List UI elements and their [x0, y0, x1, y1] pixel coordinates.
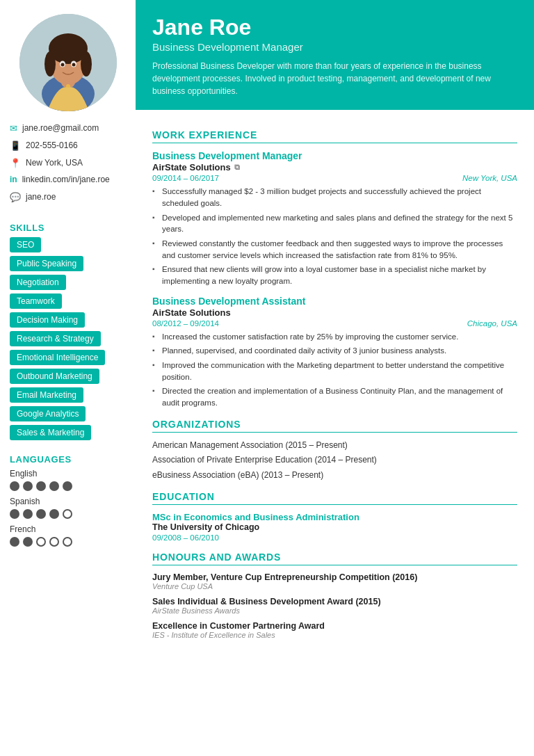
person-name: Jane Roe — [152, 15, 517, 40]
location-item: 📍 New York, USA — [10, 157, 126, 169]
language-dot — [49, 509, 59, 519]
language-name: English — [10, 469, 126, 478]
location-text: New York, USA — [26, 157, 83, 169]
job-bullet: Ensured that new clients will grow into … — [152, 264, 517, 287]
edu-school: The University of Chicago — [152, 522, 517, 532]
org-section-title: ORGANIZATIONS — [152, 419, 517, 433]
language-dot — [23, 509, 33, 519]
job-meta: 09/2014 – 06/2017New York, USA — [152, 174, 517, 182]
person-summary: Professional Business Developer with mor… — [152, 60, 517, 97]
external-link-icon[interactable]: ⧉ — [234, 163, 240, 172]
award-entry: Sales Individual & Business Development … — [152, 597, 517, 615]
language-dots — [10, 481, 126, 491]
contact-section: ✉ jane.roe@gmail.com 📱 202-555-0166 📍 Ne… — [0, 122, 136, 216]
phone-item: 📱 202-555-0166 — [10, 140, 126, 152]
job-date: 08/2012 – 09/2014 — [152, 319, 219, 328]
language-item: French — [10, 524, 126, 547]
job-bullet: Reviewed constantly the customer feedbac… — [152, 238, 517, 261]
skill-badge: Outbound Marketing — [10, 369, 99, 384]
language-dot — [49, 537, 59, 547]
award-title: Sales Individual & Business Development … — [152, 597, 517, 606]
language-name: French — [10, 524, 126, 534]
award-entry: Jury Member, Venture Cup Entrepreneurshi… — [152, 572, 517, 590]
job-bullet: Planned, supervised, and coordinated dai… — [152, 345, 517, 357]
job-bullet: Increased the customer satisfaction rate… — [152, 331, 517, 343]
skill-badge: Emotional Intelligence — [10, 350, 105, 365]
language-name: Spanish — [10, 497, 126, 506]
linkedin-item: in linkedin.com/in/jane.roe — [10, 174, 126, 186]
language-dots — [10, 509, 126, 519]
language-dot — [10, 537, 19, 547]
language-item: Spanish — [10, 497, 126, 519]
email-item: ✉ jane.roe@gmail.com — [10, 122, 126, 134]
linkedin-text: linkedin.com/in/jane.roe — [22, 174, 110, 186]
svg-point-5 — [44, 51, 56, 77]
email-icon: ✉ — [10, 123, 17, 134]
job-bullets: Increased the customer satisfaction rate… — [152, 331, 517, 409]
language-dot — [63, 481, 72, 491]
skype-item: 💬 jane.roe — [10, 191, 126, 203]
edu-degree: MSc in Economics and Business Administra… — [152, 512, 517, 522]
language-dot — [10, 509, 19, 519]
skills-list: SEOPublic SpeakingNegotiationTeamworkDec… — [0, 237, 136, 447]
org-item: Association of Private Enterprise Educat… — [152, 454, 517, 466]
main-sections: WORK EXPERIENCE Business Development Man… — [136, 110, 534, 756]
person-title: Business Development Manager — [152, 41, 517, 53]
language-dot — [63, 509, 72, 519]
award-title: Jury Member, Venture Cup Entrepreneurshi… — [152, 572, 517, 582]
skill-badge: Public Speaking — [10, 256, 83, 271]
avatar — [19, 14, 117, 111]
email-text: jane.roe@gmail.com — [22, 122, 99, 134]
skill-badge: Decision Making — [10, 312, 85, 328]
job-bullet: Improved the communication with the Mark… — [152, 360, 517, 383]
award-org: IES - Institute of Excellence in Sales — [152, 631, 517, 639]
award-org: AirState Business Awards — [152, 606, 517, 615]
sidebar: ✉ jane.roe@gmail.com 📱 202-555-0166 📍 Ne… — [0, 0, 136, 756]
job-location: Chicago, USA — [467, 319, 517, 328]
job-entry: Business Development ManagerAirState Sol… — [152, 150, 517, 287]
job-company: AirState Solutions — [152, 307, 517, 318]
language-dot — [36, 481, 46, 491]
work-section-title: WORK EXPERIENCE — [152, 129, 517, 143]
language-dot — [23, 481, 33, 491]
job-bullets: Successfully managed $2 - 3 million budg… — [152, 186, 517, 287]
skype-icon: 💬 — [10, 192, 21, 202]
honours-section-title: HONOURS AND AWARDS — [152, 552, 517, 565]
phone-icon: 📱 — [10, 140, 21, 151]
award-title: Excellence in Customer Partnering Award — [152, 621, 517, 631]
edu-date: 09/2008 – 06/2010 — [152, 533, 517, 542]
linkedin-icon: in — [10, 175, 17, 184]
language-item: English — [10, 469, 126, 491]
edu-list: MSc in Economics and Business Administra… — [152, 512, 517, 542]
location-icon: 📍 — [10, 158, 21, 168]
main-content: Jane Roe Business Development Manager Pr… — [136, 0, 534, 756]
job-location: New York, USA — [462, 174, 517, 182]
job-meta: 08/2012 – 09/2014Chicago, USA — [152, 319, 517, 328]
award-org: Venture Cup USA — [152, 582, 517, 590]
language-dots — [10, 537, 126, 547]
org-item: eBusiness Association (eBA) (2013 – Pres… — [152, 469, 517, 481]
job-bullet: Developed and implemented new marketing … — [152, 212, 517, 235]
job-entry: Business Development AssistantAirState S… — [152, 296, 517, 409]
honours-list: Jury Member, Venture Cup Entrepreneurshi… — [152, 572, 517, 639]
job-company: AirState Solutions⧉ — [152, 162, 517, 172]
header: Jane Roe Business Development Manager Pr… — [136, 0, 534, 110]
skill-badge: Sales & Marketing — [10, 425, 91, 440]
language-dot — [10, 481, 19, 491]
language-dot — [49, 481, 59, 491]
skill-badge: Email Marketing — [10, 387, 83, 403]
languages-section-title: LANGUAGES — [0, 447, 136, 469]
job-title: Business Development Assistant — [152, 296, 517, 307]
phone-text: 202-555-0166 — [26, 140, 78, 152]
language-dot — [36, 537, 46, 547]
edu-entry: MSc in Economics and Business Administra… — [152, 512, 517, 542]
svg-point-9 — [60, 63, 64, 67]
languages-section: EnglishSpanishFrench — [0, 469, 136, 559]
svg-point-10 — [72, 63, 75, 67]
language-dot — [63, 537, 72, 547]
skype-text: jane.roe — [26, 191, 56, 203]
skill-badge: Negotiation — [10, 275, 66, 290]
skill-badge: SEO — [10, 237, 41, 252]
job-title: Business Development Manager — [152, 150, 517, 161]
skill-badge: Research & Strategy — [10, 331, 101, 346]
